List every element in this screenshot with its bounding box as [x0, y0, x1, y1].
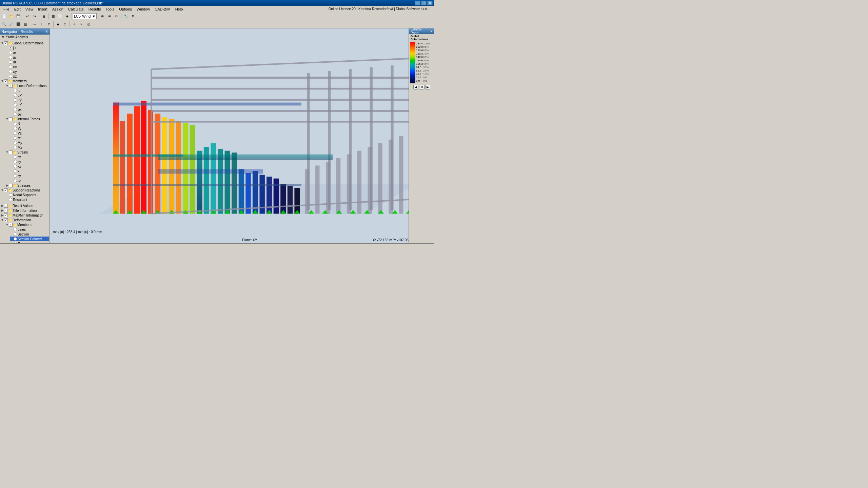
- view3[interactable]: ⬛: [15, 21, 22, 28]
- nav-item-ux-loc[interactable]: ux': [10, 93, 49, 98]
- print-btn[interactable]: 🖨: [40, 13, 47, 20]
- view7[interactable]: ⟲: [45, 21, 52, 28]
- cb-members[interactable]: [4, 79, 8, 83]
- cb-members-deform[interactable]: [9, 223, 13, 227]
- menu-edit[interactable]: Edit: [12, 7, 23, 12]
- nav-item-Vz[interactable]: Vz: [10, 131, 49, 136]
- cb-support-reactions[interactable]: [4, 188, 8, 192]
- tool7[interactable]: 🔧: [122, 13, 129, 20]
- cb-strains[interactable]: [9, 150, 13, 154]
- menu-calculate[interactable]: Calculate: [66, 7, 86, 12]
- tool5[interactable]: ⊗: [106, 13, 113, 20]
- radio-uy[interactable]: [9, 56, 12, 59]
- nav-item-uz-loc[interactable]: uz': [10, 102, 49, 107]
- nav-item-members-deform[interactable]: ▼ 📁 Members: [5, 222, 49, 227]
- close-button[interactable]: ✕: [427, 1, 433, 5]
- nav-item-Mt[interactable]: Mt: [10, 136, 49, 140]
- nav-item-members[interactable]: ▼ 📁 Members: [1, 79, 49, 83]
- nav-item-section-colored[interactable]: Section Colored: [10, 237, 49, 241]
- nav-item-uy[interactable]: uy: [5, 55, 49, 60]
- menu-insert[interactable]: Insert: [36, 7, 50, 12]
- nav-item-lines[interactable]: Lines: [10, 227, 49, 232]
- nav-item-support-reactions[interactable]: ▼ 📁 Support Reactions: [1, 188, 49, 192]
- cb-local-def[interactable]: [9, 84, 13, 88]
- navigator-close[interactable]: ✕: [45, 29, 48, 34]
- cp-btn-prev[interactable]: ◀: [413, 85, 418, 89]
- view1[interactable]: 🔍: [1, 21, 7, 28]
- tool3[interactable]: ◈: [64, 13, 71, 20]
- nav-item-phiy-loc[interactable]: φy': [10, 112, 49, 117]
- nav-item-u[interactable]: |u|: [5, 45, 49, 50]
- radio-phiy[interactable]: [9, 70, 12, 73]
- nav-item-ez[interactable]: εz: [10, 178, 49, 183]
- save-btn[interactable]: 💾: [15, 13, 22, 20]
- open-btn[interactable]: 📂: [8, 13, 15, 20]
- view6[interactable]: ↕: [38, 21, 45, 28]
- redo-btn[interactable]: ↪: [31, 13, 38, 20]
- menu-cad-bim[interactable]: CAD-BIM: [153, 7, 172, 12]
- nav-item-ky[interactable]: κy: [10, 159, 49, 164]
- cp-close[interactable]: ✕: [430, 29, 433, 33]
- cb-global-def[interactable]: [4, 41, 8, 45]
- radio-u[interactable]: [9, 46, 12, 49]
- nav-item-My[interactable]: My: [10, 140, 49, 145]
- cb-result-values[interactable]: [4, 204, 8, 208]
- nav-item-strains[interactable]: ▼ 📁 Strains: [5, 150, 49, 155]
- radio-phiz[interactable]: [9, 75, 12, 78]
- nav-item-ey[interactable]: εy: [10, 174, 49, 178]
- nav-item-nodal-supports[interactable]: Nodal Supports: [5, 192, 49, 197]
- nav-item-result-values[interactable]: ▶ 📁 Result Values: [1, 203, 49, 208]
- nav-item-kx[interactable]: κ: [10, 169, 49, 174]
- select-none[interactable]: □: [62, 21, 68, 28]
- nav-item-ux[interactable]: ux: [5, 50, 49, 55]
- minimize-button[interactable]: ─: [415, 1, 420, 5]
- lc-dropdown[interactable]: LC5 Wind ▼: [73, 13, 97, 19]
- nav-item-uz[interactable]: uz: [5, 60, 49, 64]
- nav-item-extremes[interactable]: Extremes: [10, 241, 49, 243]
- nav-item-section[interactable]: Section: [10, 232, 49, 237]
- nav-item-phix-loc[interactable]: φx': [10, 107, 49, 112]
- view4[interactable]: ▦: [22, 21, 29, 28]
- cp-btn-settings[interactable]: ⚙: [419, 85, 425, 89]
- menu-file[interactable]: File: [1, 7, 12, 12]
- nav-item-maxmin[interactable]: ▶ 📁 Max/Min Information: [1, 213, 49, 218]
- menu-help[interactable]: Help: [173, 7, 185, 12]
- nav-item-phiy[interactable]: φy: [5, 69, 49, 74]
- nav-item-phix[interactable]: φx: [5, 64, 49, 69]
- expand-global-def[interactable]: ▼: [1, 41, 4, 45]
- viewport[interactable]: LC5 - Wind Static Analysis Displacements…: [50, 28, 434, 243]
- cb-title-info[interactable]: [4, 209, 8, 212]
- cb-internal-forces[interactable]: [9, 117, 13, 121]
- cp-btn-next[interactable]: ▶: [425, 85, 430, 89]
- tool1[interactable]: ▦: [50, 13, 56, 20]
- radio-uz[interactable]: [9, 60, 12, 64]
- menu-view[interactable]: View: [23, 7, 36, 12]
- menu-results[interactable]: Results: [86, 7, 103, 12]
- tool8[interactable]: ⚙: [130, 13, 136, 20]
- tool4[interactable]: ⊕: [99, 13, 106, 20]
- menu-tools[interactable]: Tools: [103, 7, 116, 12]
- nav-item-uy-loc[interactable]: uy': [10, 98, 49, 102]
- tool2[interactable]: ⬜: [57, 13, 63, 20]
- radio-phix[interactable]: [9, 65, 12, 68]
- snap3[interactable]: ◎: [85, 21, 92, 28]
- snap1[interactable]: +: [71, 21, 78, 28]
- new-btn[interactable]: 📄: [1, 13, 7, 20]
- menu-assign[interactable]: Assign: [50, 7, 65, 12]
- view2[interactable]: 🔎: [8, 21, 15, 28]
- maximize-button[interactable]: □: [421, 1, 427, 5]
- nav-item-N[interactable]: N: [10, 121, 49, 126]
- nav-item-Vy[interactable]: Vy: [10, 126, 49, 131]
- nav-item-kz[interactable]: κz: [10, 164, 49, 169]
- nav-item-local-def[interactable]: ▼ 📁 Local Deformations: [5, 83, 49, 88]
- nav-item-global-deformations[interactable]: ▼ 📁 Global Deformations: [1, 41, 49, 45]
- undo-btn[interactable]: ↩: [24, 13, 31, 20]
- cb-maxmin[interactable]: [4, 214, 8, 217]
- menu-options[interactable]: Options: [117, 7, 134, 12]
- cb-deformation[interactable]: [4, 218, 8, 222]
- nav-item-stresses[interactable]: ▶ 📁 Stresses: [5, 183, 49, 188]
- tool6[interactable]: ⟳: [113, 13, 120, 20]
- view5[interactable]: ↔: [31, 21, 38, 28]
- select-all[interactable]: ■: [55, 21, 61, 28]
- nav-item-resultant[interactable]: Resultant: [5, 197, 49, 202]
